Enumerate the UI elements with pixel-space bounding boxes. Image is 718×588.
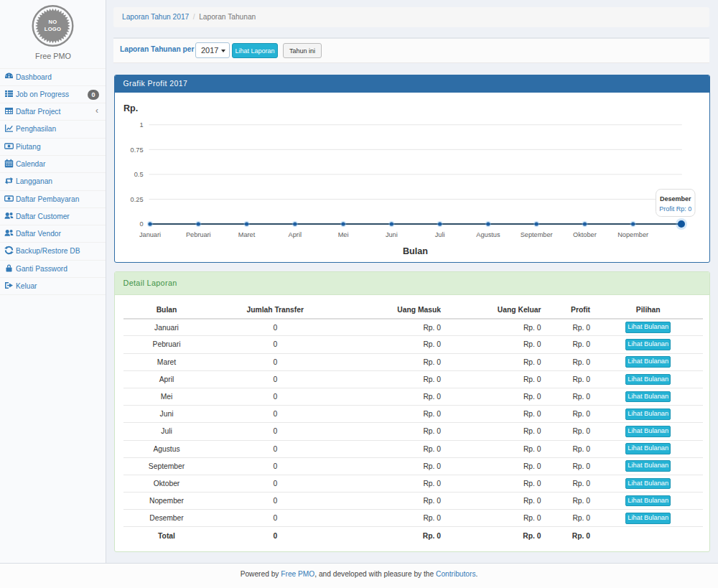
svg-text:Desember: Desember bbox=[660, 195, 691, 202]
svg-text:April: April bbox=[288, 231, 301, 238]
svg-text:LOGO: LOGO bbox=[45, 26, 62, 32]
svg-text:Bulan: Bulan bbox=[403, 246, 428, 256]
svg-text:0.75: 0.75 bbox=[130, 146, 143, 153]
svg-text:Mei: Mei bbox=[337, 231, 348, 238]
svg-text:Agustus: Agustus bbox=[476, 231, 500, 238]
svg-text:Oktober: Oktober bbox=[573, 231, 597, 238]
svg-text:Nopember: Nopember bbox=[617, 231, 648, 238]
svg-text:NO: NO bbox=[49, 19, 57, 25]
svg-text:1: 1 bbox=[139, 121, 143, 129]
svg-text:Pebruari: Pebruari bbox=[185, 231, 210, 238]
svg-text:September: September bbox=[520, 231, 552, 238]
svg-text:Juni: Juni bbox=[385, 231, 397, 238]
svg-text:Januari: Januari bbox=[139, 231, 160, 238]
svg-text:Juli: Juli bbox=[434, 231, 444, 238]
svg-text:0.25: 0.25 bbox=[130, 195, 143, 202]
svg-text:0: 0 bbox=[139, 220, 143, 228]
svg-text:Maret: Maret bbox=[238, 231, 255, 238]
svg-text:0.5: 0.5 bbox=[134, 171, 143, 178]
svg-text:Profit Rp: 0: Profit Rp: 0 bbox=[659, 205, 691, 212]
svg-text:Rp.: Rp. bbox=[123, 103, 138, 113]
